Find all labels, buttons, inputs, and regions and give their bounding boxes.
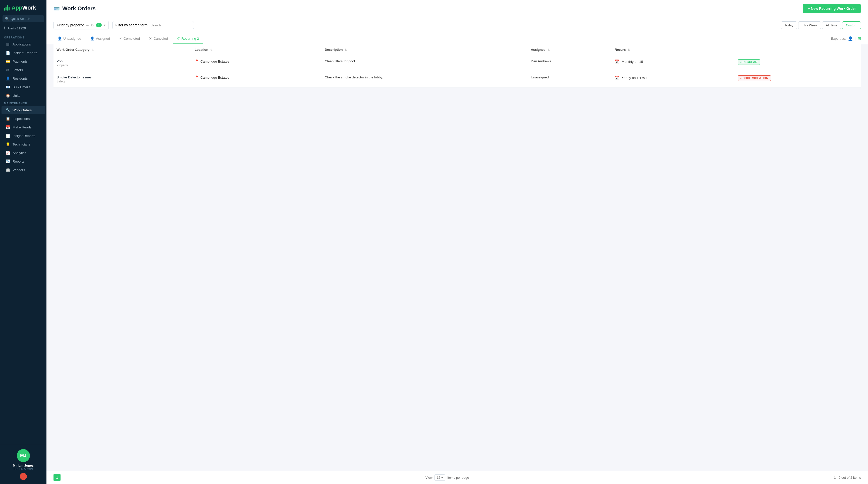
tab-label: Recurring 2	[181, 37, 199, 40]
time-btn-custom[interactable]: Custom	[842, 21, 861, 29]
tab-label: Completed	[124, 37, 140, 40]
search-label: Quick Search	[10, 17, 30, 21]
calendar-icon: 📅	[615, 75, 620, 80]
user-name: Miriam Jones	[13, 464, 34, 467]
export-grid-icon[interactable]: ⊞	[858, 36, 861, 41]
sidebar-item-analytics[interactable]: 📈 Analytics	[1, 149, 45, 157]
cell-category: Smoke Detector Issues Safety	[54, 71, 192, 87]
location-pin-icon: 📍	[195, 75, 199, 80]
tab-assigned[interactable]: 👤 Assigned	[86, 33, 114, 44]
inspections-icon: 📋	[5, 117, 10, 121]
time-btn-all-time[interactable]: All Time	[822, 21, 841, 29]
cell-assigned: Unassigned	[528, 71, 612, 87]
canceled-icon: ✕	[149, 36, 152, 40]
property-chevron-icon: ▾	[104, 23, 105, 27]
tab-label: Canceled	[153, 37, 168, 40]
sidebar-item-bulk-emails[interactable]: 📧 Bulk Emails	[1, 83, 45, 91]
sidebar-item-label: Technicians	[12, 143, 30, 146]
reports-icon: 📉	[5, 159, 10, 163]
analytics-icon: 📈	[5, 151, 10, 155]
filter-search-label: Filter by search term:	[116, 23, 149, 27]
vendors-icon: 🏢	[5, 168, 10, 172]
filter-property[interactable]: Filter by property: ∞ ⚙ 1 ▾	[54, 21, 109, 29]
residents-icon: 👤	[5, 77, 10, 81]
units-icon: 🏠	[5, 93, 10, 97]
sidebar-item-label: Work Orders	[12, 108, 32, 112]
property-link-icon: ∞	[86, 23, 89, 27]
section-label-operations: OPERATIONS	[0, 34, 46, 40]
time-btn-today[interactable]: Today	[781, 21, 797, 29]
tab-label: Unassigned	[63, 37, 81, 40]
sidebar-item-label: Vendors	[12, 168, 25, 172]
avatar[interactable]: MJ	[17, 449, 30, 462]
recurring-icon: ↺	[177, 36, 180, 40]
recurs-value: Monthly on 15	[622, 60, 643, 64]
alerts-item[interactable]: ℹ Alerts 11929	[2, 25, 44, 31]
location-cell: 📍 Cambridge Estates	[195, 75, 319, 80]
notification-dot[interactable]	[20, 473, 27, 480]
sidebar-item-technicians[interactable]: 👷 Technicians	[1, 140, 45, 148]
insight-reports-icon: 📊	[5, 134, 10, 138]
col-header-location[interactable]: Location ⇅	[192, 44, 322, 55]
sidebar-item-label: Letters	[12, 68, 23, 72]
table-header-row: Work Order Category ⇅ Location ⇅ Descrip…	[54, 44, 861, 55]
search-input[interactable]	[150, 23, 191, 27]
recurs-cell: 📅 Yearly on 1/1,6/1	[615, 75, 732, 80]
logo-text: AppWork	[11, 4, 36, 11]
tab-canceled[interactable]: ✕ Canceled	[145, 33, 172, 44]
category-sub: Safety	[57, 80, 189, 83]
sidebar-item-units[interactable]: 🏠 Units	[1, 91, 45, 99]
recurs-value: Yearly on 1/1,6/1	[622, 76, 647, 80]
sidebar-item-label: Reports	[12, 159, 24, 163]
cell-description: Check the smoke detector in the lobby.	[322, 71, 528, 87]
location-name: Cambridge Estates	[200, 60, 229, 63]
sidebar-item-inspections[interactable]: 📋 Inspections	[1, 115, 45, 123]
section-label-maintenance: MAINTENANCE	[0, 100, 46, 106]
page-title-area: 🪪 Work Orders	[54, 5, 96, 12]
quick-search[interactable]: 🔍 Quick Search	[2, 15, 44, 22]
items-per-page-select[interactable]: 15 ▾	[434, 475, 445, 481]
table-row[interactable]: Pool Property 📍 Cambridge Estates Clean …	[54, 55, 861, 71]
sidebar-item-residents[interactable]: 👤 Residents	[1, 74, 45, 83]
sidebar-item-vendors[interactable]: 🏢 Vendors	[1, 166, 45, 174]
table-container: Work Order Category ⇅ Location ⇅ Descrip…	[46, 44, 868, 471]
user-role: SUPER ADMIN	[14, 467, 33, 471]
property-badge: 1	[96, 23, 102, 27]
cell-location: 📍 Cambridge Estates	[192, 71, 322, 87]
sidebar-item-work-orders[interactable]: 🔧 Work Orders	[1, 106, 45, 114]
cell-recurs: 📅 Yearly on 1/1,6/1	[612, 71, 734, 87]
new-recurring-work-order-button[interactable]: + New Recurring Work Order	[803, 4, 861, 13]
main-header: 🪪 Work Orders + New Recurring Work Order	[46, 0, 868, 17]
col-header-recurs[interactable]: Recurs ⇅	[612, 44, 734, 55]
sidebar-item-applications[interactable]: ▤ Applications	[1, 40, 45, 48]
alerts-label: Alerts 11929	[7, 26, 26, 30]
page-number-1[interactable]: 1	[54, 474, 61, 481]
tab-completed[interactable]: ✓ Completed	[115, 33, 144, 44]
col-header-category[interactable]: Work Order Category ⇅	[54, 44, 192, 55]
sidebar-item-insight-reports[interactable]: 📊 Insight Reports	[1, 132, 45, 140]
sidebar-item-label: Insight Reports	[12, 134, 35, 138]
category-name: Smoke Detector Issues	[57, 75, 189, 79]
export-csv-icon[interactable]: 👤	[848, 36, 853, 41]
work-orders-icon: 🔧	[5, 108, 10, 112]
sidebar-item-payments[interactable]: 💳 Payments	[1, 57, 45, 65]
alert-icon: ℹ	[4, 26, 5, 30]
filter-search: Filter by search term:	[112, 21, 194, 29]
table-row[interactable]: Smoke Detector Issues Safety 📍 Cambridge…	[54, 71, 861, 87]
col-header-assigned[interactable]: Assigned ⇅	[528, 44, 612, 55]
pagination-bar: 1 View 15 ▾ items per page 1 - 2 out of …	[46, 471, 868, 484]
col-header-description[interactable]: Description ⇅	[322, 44, 528, 55]
sidebar: AppWork 🔍 Quick Search ℹ Alerts 11929 OP…	[0, 0, 46, 484]
tab-unassigned[interactable]: 👤 Unassigned	[54, 33, 85, 44]
time-btn-this-week[interactable]: This Week	[798, 21, 821, 29]
category-sub: Property	[57, 64, 189, 67]
logo-icon	[4, 5, 9, 10]
category-name: Pool	[57, 59, 189, 63]
calendar-icon: 📅	[615, 59, 620, 64]
sidebar-item-letters[interactable]: ✉ Letters	[1, 66, 45, 74]
sidebar-item-reports[interactable]: 📉 Reports	[1, 157, 45, 165]
sidebar-item-make-ready[interactable]: 📅 Make Ready	[1, 123, 45, 131]
cell-tag: CODE VIOLATION	[735, 71, 861, 87]
sidebar-item-incident-reports[interactable]: 📄 Incident Reports	[1, 49, 45, 57]
tab-recurring[interactable]: ↺ Recurring 2	[173, 33, 203, 44]
